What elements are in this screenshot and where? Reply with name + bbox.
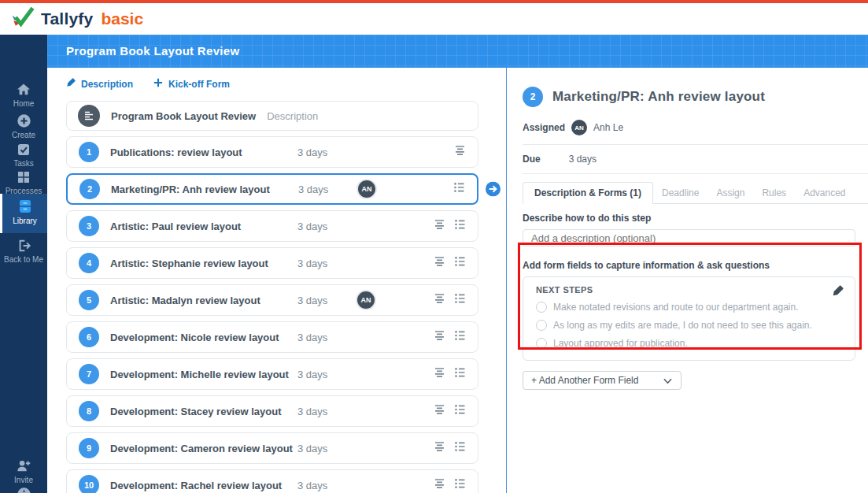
step-number-badge: 5 (79, 290, 99, 310)
add-form-field-button[interactable]: + Add Another Form Field (523, 371, 681, 390)
step-duration: 3 days (297, 369, 346, 380)
process-overview-card[interactable]: Program Book Layout Review Description (66, 101, 478, 131)
step-number-badge: 6 (79, 327, 99, 347)
description-icon (434, 441, 445, 455)
edit-description-link[interactable]: Description (66, 78, 133, 90)
radio-button[interactable] (536, 302, 547, 313)
tab-rules[interactable]: Rules (753, 183, 795, 203)
step-title: Development: Michelle review layout (110, 369, 297, 380)
step-row[interactable]: 2 Marketing/PR: Anh review layout 3 days… (66, 173, 478, 205)
radio-option: Make notated revisions and route to our … (536, 302, 842, 313)
step-indicator-icons (453, 182, 465, 196)
radio-button[interactable] (536, 320, 547, 331)
step-title: Development: Stacey review layout (110, 406, 297, 417)
step-indicator-icons (434, 256, 466, 270)
description-icon (434, 404, 445, 418)
edit-description-label: Description (81, 79, 133, 90)
sidebar-item-create[interactable]: Create (0, 110, 47, 139)
radio-option: Layout approved for publication. (536, 338, 842, 349)
open-step-arrow-button[interactable] (486, 182, 500, 197)
step-duration: 3 days (297, 295, 346, 306)
brand-plan-label: basic (101, 9, 143, 28)
step-row[interactable]: 8 Development: Stacey review layout 3 da… (66, 395, 478, 427)
sidebar-nav: HomeCreateTasksProcessesLibraryBack to M… (0, 35, 47, 493)
radio-button[interactable] (536, 338, 547, 349)
assignee-avatar[interactable]: AN (356, 179, 377, 199)
step-duration: 3 days (297, 146, 346, 158)
step-duration: 3 days (298, 183, 347, 195)
description-icon (434, 256, 445, 270)
step-title: Artistic: Stephanie review layout (110, 258, 297, 269)
kickoff-form-link[interactable]: Kick-off Form (153, 78, 230, 90)
assignee-avatar[interactable]: AN (356, 290, 376, 310)
tab-assign[interactable]: Assign (707, 183, 753, 203)
home-icon (0, 82, 47, 97)
radio-option-label: As long as my edits are made, I do not n… (553, 320, 812, 331)
description-icon (454, 145, 466, 159)
processes-icon (0, 170, 47, 184)
step-number-badge: 9 (79, 438, 99, 458)
step-row[interactable]: 7 Development: Michelle review layout 3 … (66, 358, 478, 390)
form-field-name: NEXT STEPS (536, 285, 842, 295)
detail-tabs: Description & Forms (1)DeadlineAssignRul… (523, 182, 868, 204)
brand-logo[interactable]: Tallyfy basic (11, 6, 143, 32)
step-indicator-icons (434, 219, 466, 233)
step-row[interactable]: 10 Development: Rachel review layout 3 d… (66, 469, 478, 493)
sidebar-item-tasks[interactable]: Tasks (0, 139, 47, 168)
description-icon (434, 219, 445, 233)
step-title: Artistic: Madalyn review layout (110, 295, 297, 306)
step-number-badge: 8 (79, 401, 99, 421)
edit-form-field-button[interactable] (832, 285, 844, 299)
assigned-row: Assigned AN Anh Le (523, 120, 868, 135)
help-icon (0, 487, 47, 493)
sidebar-item-label: Home (0, 99, 47, 108)
step-row[interactable]: 5 Artistic: Madalyn review layout 3 days… (66, 284, 478, 316)
step-indicator-icons (434, 367, 466, 381)
step-row[interactable]: 6 Development: Nicole review layout 3 da… (66, 321, 478, 353)
step-indicator-icons (434, 441, 466, 455)
description-input[interactable] (523, 229, 855, 246)
template-action-links: Description Kick-off Form (66, 78, 230, 90)
step-duration: 3 days (297, 406, 346, 417)
step-number-badge: 7 (79, 364, 99, 384)
tallyfy-checkmark-icon (11, 6, 35, 32)
description-icon (434, 478, 445, 492)
step-duration: 3 days (297, 332, 346, 343)
sidebar-item-invite[interactable]: Invite (0, 455, 47, 484)
list-icon (454, 478, 466, 492)
step-title: Publications: review layout (110, 146, 297, 158)
due-row[interactable]: Due 3 days (523, 145, 868, 174)
step-indicator-icons (454, 145, 466, 159)
step-row[interactable]: 3 Artistic: Paul review layout 3 days (66, 210, 478, 242)
list-icon (454, 256, 466, 270)
list-icon (454, 330, 466, 344)
step-duration: 3 days (297, 221, 346, 232)
sidebar-item-help[interactable]: Help (0, 484, 47, 493)
sidebar-item-home[interactable]: Home (0, 79, 47, 108)
assignee-avatar[interactable]: AN (571, 120, 587, 135)
step-title: Development: Nicole review layout (110, 332, 297, 343)
sidebar-item-library[interactable]: Library (0, 194, 47, 233)
library-icon (2, 198, 47, 214)
step-row[interactable]: 4 Artistic: Stephanie review layout 3 da… (66, 247, 478, 279)
chevron-down-icon (663, 376, 673, 385)
process-overview-subtitle: Description (267, 110, 318, 122)
step-duration: 3 days (297, 258, 346, 269)
step-row[interactable]: 9 Development: Cameron review layout 3 d… (66, 432, 478, 464)
step-title: Marketing/PR: Anh review layout (111, 183, 298, 195)
back-to-me-icon (0, 239, 47, 253)
create-icon (0, 113, 47, 128)
brand-name: Tallyfy (41, 9, 93, 28)
due-label: Due (523, 154, 541, 165)
top-bar: Tallyfy basic (0, 3, 868, 35)
tab-advanced[interactable]: Advanced (795, 183, 854, 203)
sidebar-item-back-to-me[interactable]: Back to Me (0, 235, 47, 264)
sidebar-item-processes[interactable]: Processes (0, 167, 47, 195)
step-row[interactable]: 1 Publications: review layout 3 days (66, 136, 478, 168)
sidebar-item-label: Back to Me (0, 255, 47, 264)
tab-deadline[interactable]: Deadline (653, 183, 707, 203)
step-indicator-icons (434, 404, 466, 418)
tab-description-forms-1[interactable]: Description & Forms (1) (523, 182, 653, 204)
arrow-right-circle-icon (486, 187, 500, 199)
step-title: Development: Rachel review layout (110, 480, 297, 491)
